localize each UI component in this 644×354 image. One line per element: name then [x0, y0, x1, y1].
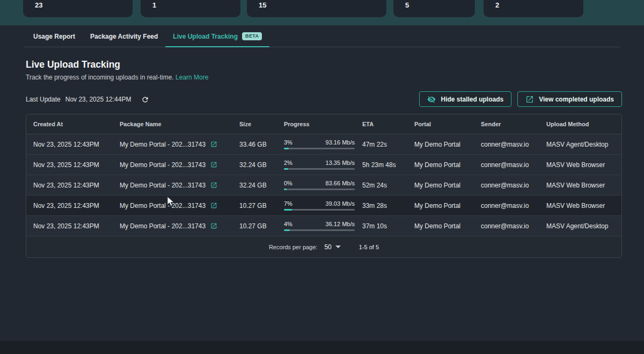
- tab-usage-report[interactable]: Usage Report: [26, 25, 83, 47]
- table-row[interactable]: Nov 23, 2025 12:43PM My Demo Portal - 20…: [26, 216, 621, 236]
- open-in-new-icon: [525, 95, 534, 104]
- open-package-icon[interactable]: [210, 182, 217, 189]
- table-footer: Records per page: 50 1-5 of 5: [26, 236, 621, 257]
- view-completed-uploads-button[interactable]: View completed uploads: [517, 91, 622, 107]
- actions-toolbar: Hide stalled uploads View completed uplo…: [419, 91, 622, 107]
- table-body: Nov 23, 2025 12:43PM My Demo Portal - 20…: [26, 134, 621, 236]
- learn-more-link[interactable]: Learn More: [175, 74, 208, 81]
- progress-bar-fill: [284, 168, 288, 170]
- cell-package-name: My Demo Portal - 202...31743: [120, 222, 239, 230]
- cell-portal: My Demo Portal: [414, 222, 481, 230]
- progress-percent: 3%: [284, 139, 292, 146]
- cell-eta: 47m 22s: [362, 141, 414, 148]
- cell-size: 10.27 GB: [239, 202, 284, 209]
- cell-eta: 5h 23m 48s: [362, 161, 414, 169]
- progress-bar: [284, 168, 355, 170]
- cell-portal: My Demo Portal: [414, 202, 481, 209]
- column-header-progress: Progress: [284, 121, 362, 127]
- cell-package-name: My Demo Portal - 202...31743: [120, 182, 239, 189]
- open-package-icon[interactable]: [210, 141, 217, 148]
- cell-created-at: Nov 23, 2025 12:43PM: [33, 161, 120, 169]
- progress-bar-fill: [284, 209, 292, 211]
- tab-label: Live Upload Tracking: [173, 33, 238, 40]
- cell-sender: conner@masv.io: [481, 222, 546, 230]
- cell-created-at: Nov 23, 2025 12:43PM: [33, 222, 120, 230]
- cell-package-name: My Demo Portal - 202...31743: [120, 161, 239, 169]
- transfer-speed: 93.16 Mb/s: [326, 139, 355, 146]
- last-update-row: Last Update Nov 23, 2025 12:44PM: [26, 95, 150, 104]
- hide-stalled-uploads-button[interactable]: Hide stalled uploads: [419, 91, 511, 107]
- table-row[interactable]: Nov 23, 2025 12:43PM My Demo Portal - 20…: [26, 134, 621, 155]
- stat-card: 2: [484, 0, 583, 17]
- cell-progress: 4% 36.12 Mb/s: [284, 221, 362, 231]
- refresh-button[interactable]: [140, 95, 150, 104]
- stat-value: 23: [35, 1, 42, 9]
- progress-percent: 0%: [284, 180, 292, 186]
- last-update-value: Nov 23, 2025 12:44PM: [65, 96, 131, 103]
- cell-upload-method: MASV Agent/Desktop: [546, 141, 621, 148]
- cell-eta: 52m 24s: [362, 182, 414, 189]
- stats-band: 23 1 15 5 2: [0, 0, 644, 25]
- progress-bar-fill: [284, 148, 289, 149]
- tab-package-activity-feed[interactable]: Package Activity Feed: [83, 25, 165, 47]
- transfer-speed: 39.03 Mb/s: [326, 200, 355, 207]
- page-subtitle: Track the progress of incoming uploads i…: [26, 74, 208, 81]
- open-package-icon[interactable]: [210, 161, 217, 168]
- page-title: Live Upload Tracking: [26, 59, 208, 70]
- stat-card: 15: [247, 0, 386, 17]
- progress-bar: [284, 148, 355, 149]
- table-row[interactable]: Nov 23, 2025 12:43PM My Demo Portal - 20…: [26, 196, 621, 216]
- transfer-speed: 13.35 Mb/s: [326, 160, 355, 166]
- cell-size: 33.46 GB: [239, 141, 284, 148]
- package-name-text: My Demo Portal - 202...31743: [120, 202, 206, 209]
- cell-upload-method: MASV Web Browser: [546, 182, 621, 189]
- progress-percent: 7%: [284, 200, 292, 207]
- open-package-icon[interactable]: [210, 222, 217, 229]
- cell-created-at: Nov 23, 2025 12:43PM: [33, 182, 120, 189]
- column-header-created-at: Created At: [33, 121, 120, 127]
- beta-badge: BETA: [242, 32, 262, 40]
- stat-card: 1: [141, 0, 240, 17]
- cell-sender: conner@masv.io: [481, 141, 546, 148]
- cell-portal: My Demo Portal: [414, 182, 481, 189]
- cell-size: 10.27 GB: [239, 222, 284, 230]
- records-per-page-value: 50: [324, 243, 331, 251]
- table-row[interactable]: Nov 23, 2025 12:43PM My Demo Portal - 20…: [26, 155, 621, 175]
- records-per-page-select[interactable]: 50: [324, 243, 340, 251]
- stat-value: 15: [259, 1, 266, 9]
- cell-package-name: My Demo Portal - 202...31743: [120, 141, 239, 148]
- cell-created-at: Nov 23, 2025 12:43PM: [33, 141, 120, 148]
- transfer-speed: 36.12 Mb/s: [326, 221, 355, 227]
- cell-created-at: Nov 23, 2025 12:43PM: [33, 202, 120, 209]
- cell-portal: My Demo Portal: [414, 161, 481, 169]
- button-label: Hide stalled uploads: [441, 96, 503, 103]
- pagination-range: 1-5 of 5: [359, 244, 379, 250]
- table-header: Created At Package Name Size Progress ET…: [26, 114, 621, 134]
- cell-size: 32.24 GB: [239, 182, 284, 189]
- records-per-page-label: Records per page:: [269, 244, 318, 250]
- cell-progress: 2% 13.35 Mb/s: [284, 160, 362, 170]
- cell-progress: 3% 93.16 Mb/s: [284, 139, 362, 149]
- tab-live-upload-tracking[interactable]: Live Upload Tracking BETA: [165, 25, 269, 47]
- eye-off-icon: [427, 95, 436, 104]
- table-row[interactable]: Nov 23, 2025 12:43PM My Demo Portal - 20…: [26, 175, 621, 196]
- stat-value: 2: [495, 1, 499, 9]
- cell-sender: conner@masv.io: [481, 202, 546, 209]
- tab-bar: Usage Report Package Activity Feed Live …: [0, 25, 644, 47]
- column-header-portal: Portal: [414, 121, 481, 127]
- cell-upload-method: MASV Agent/Desktop: [546, 222, 621, 230]
- progress-bar: [284, 229, 355, 231]
- package-name-text: My Demo Portal - 202...31743: [120, 141, 206, 148]
- column-header-upload-method: Upload Method: [546, 121, 621, 127]
- column-header-size: Size: [239, 121, 284, 127]
- caret-down-icon: [335, 245, 341, 248]
- column-header-eta: ETA: [362, 121, 414, 127]
- bottom-bar: [0, 341, 644, 354]
- open-package-icon[interactable]: [210, 202, 217, 209]
- cell-sender: conner@masv.io: [481, 182, 546, 189]
- progress-percent: 4%: [284, 221, 292, 227]
- column-header-sender: Sender: [481, 121, 546, 127]
- progress-bar: [284, 209, 355, 211]
- progress-bar: [284, 189, 355, 190]
- tab-label: Usage Report: [33, 33, 75, 40]
